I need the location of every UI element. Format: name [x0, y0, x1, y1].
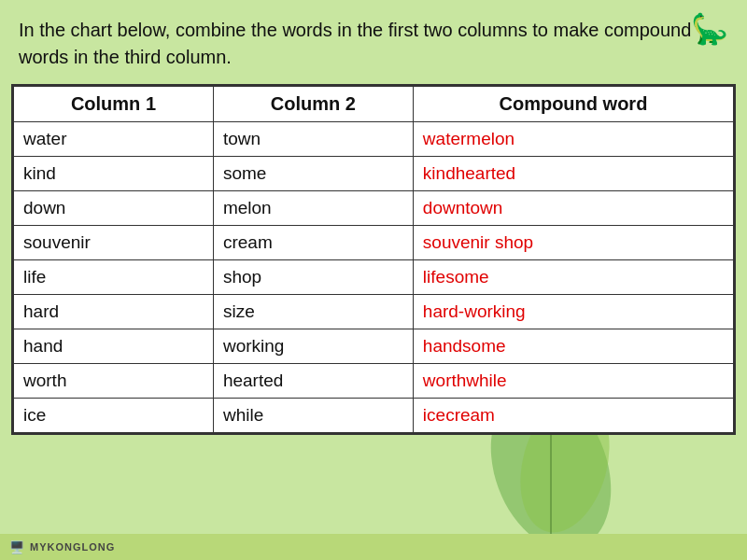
footer-logo: MYKONGLONG — [30, 541, 115, 553]
col1-cell: hand — [14, 329, 214, 364]
col1-cell: souvenir — [14, 226, 214, 260]
table-row: lifeshop lifesome — [14, 260, 734, 295]
col2-cell: shop — [213, 260, 413, 295]
compound-cell: souvenir shop — [413, 226, 733, 260]
table-row: worthhearted worthwhile — [14, 364, 734, 399]
col2-cell: working — [213, 329, 413, 364]
table-row: watertown watermelon — [14, 122, 734, 157]
col2-cell: some — [213, 157, 413, 191]
header-col2: Column 2 — [213, 87, 413, 122]
col1-cell: water — [14, 122, 214, 157]
footer-bar: 🖥️ MYKONGLONG — [0, 534, 747, 560]
col2-cell: size — [213, 295, 413, 329]
footer-icon: 🖥️ — [9, 540, 24, 554]
col1-cell: down — [14, 191, 214, 226]
compound-cell: icecream — [413, 399, 733, 433]
table-row: downmelon downtown — [14, 191, 734, 226]
compound-cell: watermelon — [413, 122, 733, 157]
table-row: handworking handsome — [14, 329, 734, 364]
col1-cell: kind — [14, 157, 214, 191]
compound-cell: downtown — [413, 191, 733, 226]
col1-cell: life — [14, 260, 214, 295]
col2-cell: cream — [213, 226, 413, 260]
compound-cell: hard-working — [413, 295, 733, 329]
col2-cell: while — [213, 399, 413, 433]
col2-cell: hearted — [213, 364, 413, 399]
instruction-area: In the chart below, combine the words in… — [0, 0, 747, 84]
col2-cell: town — [213, 122, 413, 157]
col1-cell: ice — [14, 399, 214, 433]
table-header-row: Column 1 Column 2 Compound word — [14, 87, 734, 122]
compound-word-table-container: Column 1 Column 2 Compound word watertow… — [11, 84, 736, 435]
compound-cell: kindhearted — [413, 157, 733, 191]
col2-cell: melon — [213, 191, 413, 226]
header-col1: Column 1 — [14, 87, 214, 122]
compound-word-table: Column 1 Column 2 Compound word watertow… — [13, 86, 734, 433]
compound-cell: lifesome — [413, 260, 733, 295]
table-row: icewhile icecream — [14, 399, 734, 433]
dino-icon: 🦕 — [691, 7, 728, 50]
instruction-text: In the chart below, combine the words in… — [19, 20, 691, 67]
compound-cell: worthwhile — [413, 364, 733, 399]
col1-cell: hard — [14, 295, 214, 329]
header-col3: Compound word — [413, 87, 733, 122]
table-row: kindsome kindhearted — [14, 157, 734, 191]
table-row: hardsize hard-working — [14, 295, 734, 329]
table-row: souvenircream souvenir shop — [14, 226, 734, 260]
compound-cell: handsome — [413, 329, 733, 364]
col1-cell: worth — [14, 364, 214, 399]
